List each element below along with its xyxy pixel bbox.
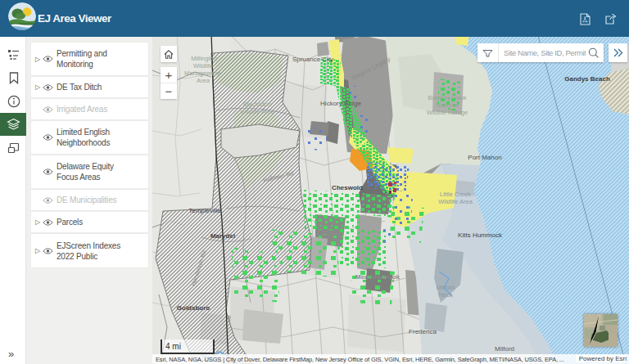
svg-text:Millington: Millington (191, 55, 217, 62)
svg-text:Kitts Hummock: Kitts Hummock (458, 231, 503, 239)
svg-text:Area: Area (197, 77, 210, 84)
svg-text:Frederica: Frederica (409, 328, 437, 335)
svg-text:Goldsboro: Goldsboro (177, 304, 210, 312)
svg-text:Hickory Ridge: Hickory Ridge (320, 100, 361, 107)
svg-text:Wildlife Area: Wildlife Area (438, 198, 473, 205)
svg-text:Little Creek: Little Creek (440, 191, 471, 198)
svg-text:Neck: Neck (438, 291, 452, 299)
svg-text:Port Mahon: Port Mahon (468, 154, 501, 161)
svg-text:Cheswold: Cheswold (332, 184, 363, 191)
svg-text:Management: Management (184, 70, 221, 77)
svg-text:Spruance City: Spruance City (292, 56, 333, 63)
svg-text:Milford: Milford (495, 345, 514, 353)
svg-text:Templeville: Templeville (188, 207, 221, 214)
svg-text:Wildlife Refuge: Wildlife Refuge (427, 109, 468, 116)
svg-text:Bombay Hook: Bombay Hook (428, 94, 466, 101)
svg-text:Meadowbrook: Meadowbrook (355, 273, 400, 281)
svg-text:Milford: Milford (437, 284, 455, 291)
svg-text:Wildlife: Wildlife (193, 62, 213, 70)
svg-text:National: National (436, 101, 459, 109)
svg-text:Marydel: Marydel (210, 232, 235, 240)
svg-text:Blackiston: Blackiston (243, 101, 271, 108)
svg-text:Gandys Beach: Gandys Beach (564, 75, 610, 83)
svg-text:Wildlife Area: Wildlife Area (240, 108, 275, 115)
